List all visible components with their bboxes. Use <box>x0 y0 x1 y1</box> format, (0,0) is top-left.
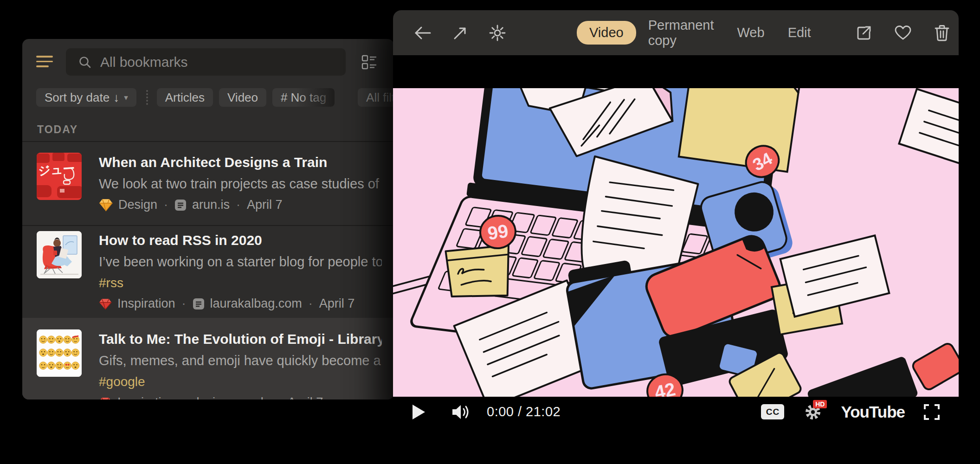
bookmark-description: We look at two train projects as case st… <box>99 176 382 192</box>
video-frame[interactable]: 34 <box>393 88 959 397</box>
article-favicon-icon <box>174 199 187 211</box>
bookmark-description: Gifs, memes, and emoji have quickly beco… <box>99 353 382 368</box>
delete-button[interactable] <box>933 24 951 42</box>
play-button[interactable] <box>412 404 426 420</box>
hash-icon: # <box>281 90 287 105</box>
bookmark-meta: Inspiration · design.google · April 7 <box>99 395 382 400</box>
ruby-gem-icon <box>99 298 112 310</box>
bookmark-item-selected[interactable]: Talk to Me: The Evolution of Emoji - Lib… <box>22 318 394 400</box>
filter-bar: Sort by date ↓ ▾ Articles Video # No tag… <box>36 88 394 107</box>
domain-label[interactable]: laurakalbag.com <box>210 296 302 311</box>
bookmarks-window: Sort by date ↓ ▾ Articles Video # No tag… <box>22 39 394 400</box>
filter-chip-no-tag[interactable]: # No tag <box>272 88 335 107</box>
settings-button[interactable] <box>489 24 506 42</box>
bookmark-meta: Inspiration · laurakalbag.com · April 7 <box>99 296 382 311</box>
sort-label: Sort by date <box>45 90 110 105</box>
view-options-button[interactable] <box>361 54 378 71</box>
bookmark-thumbnail-emoji <box>37 329 82 377</box>
open-external-button[interactable] <box>855 24 873 42</box>
date-label: April 7 <box>319 296 355 311</box>
volume-button[interactable] <box>451 404 471 420</box>
tab-video[interactable]: Video <box>577 21 636 45</box>
viewer-toolbar: Video Permanent copy Web Edit <box>393 10 959 55</box>
date-label: April 7 <box>247 198 283 212</box>
tab-web[interactable]: Web <box>737 25 765 40</box>
bookmarks-header <box>22 39 394 85</box>
bookmark-title: Talk to Me: The Evolution of Emoji - Lib… <box>99 331 382 347</box>
favorite-button[interactable] <box>894 24 912 42</box>
svg-text:ジュー: ジュー <box>38 161 75 178</box>
bookmark-item[interactable]: ジュー When an Architect Designs a Train We… <box>22 153 394 225</box>
tab-permanent-copy[interactable]: Permanent copy <box>648 18 714 48</box>
date-label: April 7 <box>288 395 323 400</box>
bookmark-item[interactable]: How to read RSS in 2020 I’ve been workin… <box>22 231 394 316</box>
filter-separator <box>146 90 148 105</box>
tab-edit[interactable]: Edit <box>788 25 811 40</box>
sort-dropdown[interactable]: Sort by date ↓ ▾ <box>36 88 136 107</box>
list-divider <box>22 225 394 226</box>
fullscreen-button[interactable] <box>923 404 940 420</box>
filter-chip-video[interactable]: Video <box>219 88 266 107</box>
time-display: 0:00 / 21:02 <box>487 404 561 419</box>
expand-icon <box>452 25 468 41</box>
captions-button[interactable]: CC <box>761 404 784 419</box>
filter-chip-all-filters[interactable]: All filters <box>358 88 394 107</box>
back-button[interactable] <box>414 24 432 42</box>
expand-button[interactable] <box>452 24 468 42</box>
hd-badge: HD <box>813 400 827 408</box>
collection-label[interactable]: Design <box>118 198 157 212</box>
search-icon <box>78 55 92 69</box>
bookmark-title: When an Architect Designs a Train <box>99 155 382 170</box>
list-divider <box>22 141 394 142</box>
viewer-panel: Video Permanent copy Web Edit <box>393 10 959 427</box>
bookmark-tag[interactable]: #rss <box>99 276 382 290</box>
bookmark-title: How to read RSS in 2020 <box>99 232 382 248</box>
viewer-tabs: Video Permanent copy Web Edit <box>577 18 834 48</box>
search-input[interactable] <box>99 54 296 71</box>
gear-icon <box>489 24 506 42</box>
chevron-down-icon: ▾ <box>124 93 128 103</box>
collection-label[interactable]: Inspiration <box>117 395 175 400</box>
sketch-diamond-icon <box>99 199 113 212</box>
bookmark-meta: Design · arun.is · April 7 <box>99 198 382 212</box>
sidebar-menu-button[interactable] <box>36 56 53 68</box>
youtube-logo[interactable]: YouTube <box>841 403 905 421</box>
trash-icon <box>934 24 950 42</box>
bookmark-thumbnail-rss <box>37 231 82 278</box>
card-view-icon <box>361 54 378 71</box>
bookmark-tag[interactable]: #google <box>99 374 382 389</box>
bookmark-description: I’ve been working on a starter blog for … <box>99 254 382 270</box>
quality-settings-button[interactable]: HD <box>803 402 823 422</box>
domain-label[interactable]: design.google <box>193 395 271 400</box>
desktop: Sort by date ↓ ▾ Articles Video # No tag… <box>0 0 980 464</box>
article-favicon-icon <box>193 298 205 310</box>
player-controls: 0:00 / 21:02 CC HD YouTube <box>393 397 959 427</box>
external-link-icon <box>856 25 872 41</box>
back-arrow-icon <box>414 26 432 40</box>
domain-label[interactable]: arun.is <box>192 198 230 212</box>
search-field[interactable] <box>66 48 346 76</box>
collection-label[interactable]: Inspiration <box>117 296 175 311</box>
filter-chip-articles[interactable]: Articles <box>157 88 213 107</box>
ruby-gem-icon <box>99 397 112 400</box>
section-header-today: TODAY <box>37 123 78 136</box>
heart-icon <box>894 25 912 41</box>
bookmark-thumbnail-train: ジュー <box>37 153 82 200</box>
sort-direction-icon: ↓ <box>113 90 119 105</box>
badge-99: 99 <box>486 220 509 244</box>
